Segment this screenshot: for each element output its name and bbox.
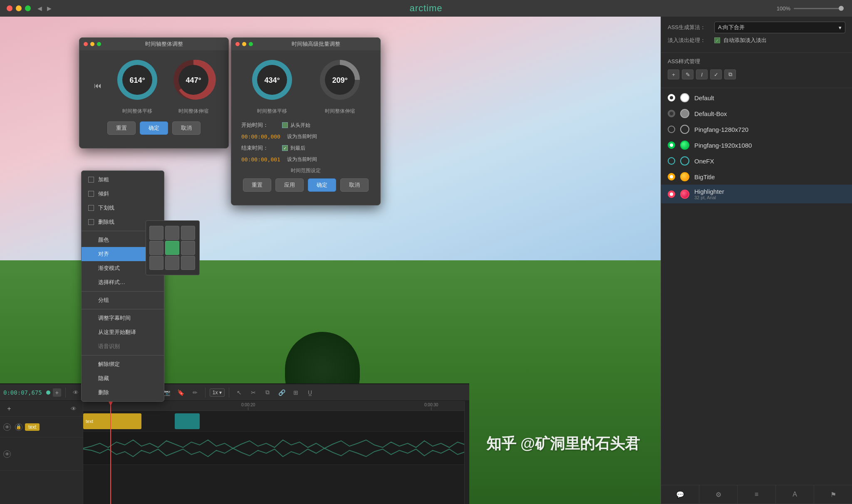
- align-tl[interactable]: [149, 226, 163, 240]
- flag-tool-button[interactable]: ⚑: [814, 485, 852, 504]
- start-checkbox[interactable]: [282, 122, 288, 128]
- window-controls[interactable]: [7, 5, 31, 11]
- start-time-value[interactable]: 00:00:00,000: [241, 133, 280, 140]
- batch-cancel-button[interactable]: 取消: [340, 178, 369, 192]
- align-ml[interactable]: [149, 241, 163, 255]
- dialog-batch-min[interactable]: [242, 42, 246, 46]
- close-button[interactable]: [7, 5, 12, 11]
- fade-checkbox[interactable]: ✓: [714, 37, 720, 43]
- ok-button[interactable]: 确定: [140, 121, 168, 135]
- align-bl[interactable]: [149, 256, 163, 270]
- clip-teal-1[interactable]: [175, 413, 200, 429]
- dialog-max[interactable]: [97, 42, 101, 46]
- preview-icon[interactable]: 👁: [68, 403, 79, 415]
- zoom-thumb[interactable]: [839, 6, 844, 11]
- ruler-tick-30: [431, 407, 431, 410]
- style-manager-section: ASS样式管理 + ✎ I ✓ ⧉: [661, 53, 852, 88]
- menu-delete[interactable]: 删除: [82, 385, 164, 400]
- copy-button[interactable]: ⧉: [262, 387, 273, 398]
- style-item-bigtitle[interactable]: BigTitle: [661, 169, 852, 185]
- menu-italic[interactable]: 倾斜: [82, 187, 164, 201]
- align-mc[interactable]: [165, 241, 179, 255]
- cursor-button[interactable]: ↖: [233, 387, 245, 398]
- back-icon[interactable]: ◀: [37, 5, 42, 12]
- batch-reset-button[interactable]: 重置: [243, 178, 271, 192]
- playhead[interactable]: [110, 401, 111, 504]
- start-action[interactable]: 设为当前时间: [287, 133, 317, 140]
- align-bc[interactable]: [165, 256, 179, 270]
- menu-group[interactable]: 分组: [82, 293, 164, 307]
- style-edit-button[interactable]: ✎: [682, 69, 693, 79]
- align-br[interactable]: [181, 256, 195, 270]
- merge-button[interactable]: ⊞: [290, 387, 302, 398]
- eye-button[interactable]: 👁: [70, 387, 82, 398]
- track-visibility-1[interactable]: 👁: [3, 423, 11, 431]
- batch-apply-button[interactable]: 应用: [275, 178, 304, 192]
- underline-tl-button[interactable]: U̲: [304, 387, 316, 398]
- style-color-pingfang1920: [680, 141, 689, 150]
- italic-checkbox[interactable]: [88, 191, 94, 197]
- ass-select[interactable]: A:向下合并 ▾: [714, 22, 845, 33]
- align-mr[interactable]: [181, 241, 195, 255]
- batch-ok-button[interactable]: 确定: [308, 178, 336, 192]
- align-tc[interactable]: [165, 226, 179, 240]
- style-item-defaultbox[interactable]: Default-Box: [661, 106, 852, 121]
- track-lock-1[interactable]: 🔒: [15, 423, 22, 431]
- style-add-button[interactable]: +: [668, 69, 679, 79]
- track-label-text: text: [25, 423, 40, 431]
- dialog-close[interactable]: [84, 42, 88, 46]
- text-tool-button[interactable]: A: [776, 485, 814, 504]
- bookmark-button[interactable]: 🔖: [175, 387, 187, 398]
- style-item-onefx[interactable]: OneFX: [661, 153, 852, 169]
- bold-checkbox[interactable]: [88, 177, 94, 183]
- menu-hide[interactable]: 隐藏: [82, 371, 164, 385]
- edit-button[interactable]: ✏: [189, 387, 201, 398]
- dialog-batch-max[interactable]: [249, 42, 253, 46]
- waveform-visibility[interactable]: 👁: [3, 450, 11, 458]
- list-tool-button[interactable]: ≡: [738, 485, 776, 504]
- style-item-highlighter[interactable]: Highlighter 32 pt, Arial: [661, 185, 852, 203]
- menu-translate-from[interactable]: 从这里开始翻译: [82, 325, 164, 339]
- underline-checkbox[interactable]: [88, 205, 94, 211]
- style-check-button[interactable]: ✓: [710, 69, 722, 79]
- speed-select[interactable]: 1x ▾: [210, 388, 225, 397]
- timeline-vscrollbar[interactable]: [464, 401, 469, 504]
- start-checkbox-area[interactable]: 从头开始: [282, 122, 310, 129]
- dialog-batch-close[interactable]: [235, 42, 240, 46]
- align-submenu: [146, 220, 200, 275]
- end-time-value[interactable]: 00:00:00,001: [241, 156, 280, 163]
- strikethrough-checkbox[interactable]: [88, 219, 94, 225]
- forward-icon[interactable]: ▶: [47, 5, 52, 12]
- cancel-button[interactable]: 取消: [172, 121, 201, 135]
- add-track-button[interactable]: +: [53, 388, 61, 397]
- settings-tool-button[interactable]: ⚙: [699, 485, 738, 504]
- menu-bold[interactable]: 加粗: [82, 173, 164, 187]
- comment-tool-button[interactable]: 💬: [661, 485, 699, 504]
- menu-voice-rec[interactable]: 语音识别: [82, 339, 164, 353]
- style-italic-button[interactable]: I: [696, 69, 708, 79]
- menu-unbind[interactable]: 解除绑定: [82, 357, 164, 371]
- align-tr[interactable]: [181, 226, 195, 240]
- menu-adjust-time[interactable]: 调整字幕时间: [82, 311, 164, 325]
- reset-icon[interactable]: ⏮: [92, 80, 104, 92]
- reset-button[interactable]: 重置: [107, 121, 136, 135]
- dialog-min[interactable]: [90, 42, 94, 46]
- preview-area: 知乎 @矿洞里的石头君 时间轴整体调整 ⏮ 614°: [0, 17, 661, 504]
- minimize-button[interactable]: [16, 5, 22, 11]
- maximize-button[interactable]: [25, 5, 31, 11]
- end-checkbox[interactable]: ✓: [282, 145, 288, 151]
- zoom-slider[interactable]: [794, 8, 844, 9]
- end-action[interactable]: 设为当前时间: [287, 156, 317, 163]
- end-checkbox-area[interactable]: ✓ 到最后: [282, 145, 305, 152]
- style-copy-button[interactable]: ⧉: [724, 69, 736, 79]
- style-item-pingfang1920[interactable]: Pingfang-1920x1080: [661, 137, 852, 153]
- italic-label: 倾斜: [98, 190, 109, 198]
- menu-underline[interactable]: 下划线: [82, 201, 164, 215]
- split-button[interactable]: ✂: [248, 387, 259, 398]
- clip-text-1[interactable]: text: [83, 413, 141, 429]
- add-icon[interactable]: +: [3, 403, 15, 415]
- link-button[interactable]: 🔗: [276, 387, 287, 398]
- style-item-default[interactable]: Default: [661, 90, 852, 106]
- style-item-pingfang1280[interactable]: Pingfang-1280x720: [661, 121, 852, 137]
- menu-style-select[interactable]: 选择样式…: [82, 275, 164, 289]
